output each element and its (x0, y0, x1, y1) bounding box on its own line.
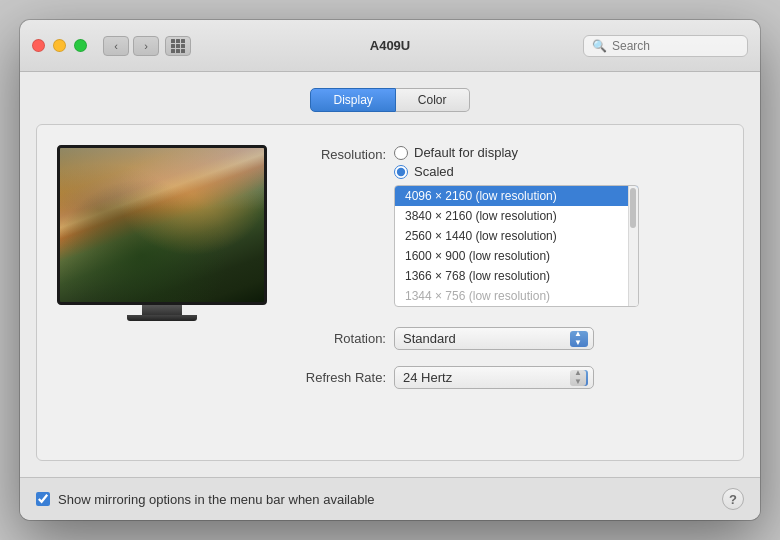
minimize-button[interactable] (53, 39, 66, 52)
rotation-select[interactable]: Standard 90° 180° 270° (394, 327, 594, 350)
mirroring-label: Show mirroring options in the menu bar w… (58, 492, 375, 507)
forward-button[interactable]: › (133, 36, 159, 56)
rotation-row: Rotation: Standard 90° 180° 270° ▲ ▼ (291, 327, 723, 350)
radio-scaled-row: Scaled (394, 164, 639, 179)
list-item[interactable]: 1600 × 900 (low resolution) (395, 246, 638, 266)
radio-default[interactable] (394, 146, 408, 160)
radio-default-label: Default for display (414, 145, 518, 160)
resolution-row: Resolution: Default for display Scaled (291, 145, 723, 307)
resolution-label: Resolution: (291, 145, 386, 162)
help-button[interactable]: ? (722, 488, 744, 510)
radio-default-row: Default for display (394, 145, 639, 160)
rotation-select-wrapper: Standard 90° 180° 270° ▲ ▼ (394, 327, 594, 350)
resolution-list: 4096 × 2160 (low resolution) 3840 × 2160… (394, 185, 639, 307)
bottom-bar: Show mirroring options in the menu bar w… (20, 477, 760, 520)
radio-scaled-label: Scaled (414, 164, 454, 179)
tab-color[interactable]: Color (396, 88, 470, 112)
refresh-rate-label: Refresh Rate: (291, 370, 386, 385)
list-item[interactable]: 2560 × 1440 (low resolution) (395, 226, 638, 246)
tab-bar: Display Color (36, 88, 744, 112)
monitor-screen (60, 148, 264, 302)
chevron-left-icon: ‹ (114, 40, 118, 52)
monitor-illustration (57, 145, 267, 440)
traffic-lights (32, 39, 87, 52)
mirroring-checkbox[interactable] (36, 492, 50, 506)
list-item[interactable]: 1366 × 768 (low resolution) (395, 266, 638, 286)
settings-panel: Resolution: Default for display Scaled (291, 145, 723, 440)
radio-scaled[interactable] (394, 165, 408, 179)
monitor-base (127, 315, 197, 321)
back-button[interactable]: ‹ (103, 36, 129, 56)
list-item[interactable]: 3840 × 2160 (low resolution) (395, 206, 638, 226)
main-window: ‹ › A409U 🔍 Display Color (20, 20, 760, 520)
chevron-right-icon: › (144, 40, 148, 52)
list-item[interactable]: 4096 × 2160 (low resolution) (395, 186, 638, 206)
scrollbar-track[interactable] (628, 186, 638, 306)
refresh-rate-row: Refresh Rate: 24 Hertz 30 Hertz 60 Hertz… (291, 366, 723, 389)
close-button[interactable] (32, 39, 45, 52)
scrollbar-thumb (630, 188, 636, 228)
maximize-button[interactable] (74, 39, 87, 52)
resolution-options: Default for display Scaled 4096 × 2160 (… (394, 145, 639, 307)
monitor-stand (142, 305, 182, 315)
monitor-screen-container (57, 145, 267, 305)
grid-button[interactable] (165, 36, 191, 56)
list-item[interactable]: 1344 × 756 (low resolution) (395, 286, 638, 306)
nav-buttons: ‹ › (103, 36, 159, 56)
tab-display[interactable]: Display (310, 88, 395, 112)
titlebar: ‹ › A409U 🔍 (20, 20, 760, 72)
refresh-rate-select-wrapper: 24 Hertz 30 Hertz 60 Hertz ▲ ▼ (394, 366, 594, 389)
main-panel: Resolution: Default for display Scaled (36, 124, 744, 461)
search-box[interactable]: 🔍 (583, 35, 748, 57)
window-title: A409U (370, 38, 410, 53)
search-input[interactable] (612, 39, 739, 53)
checkbox-row: Show mirroring options in the menu bar w… (36, 492, 375, 507)
grid-icon (171, 39, 185, 53)
search-icon: 🔍 (592, 39, 607, 53)
content-area: Display Color Resolution: (20, 72, 760, 477)
rotation-label: Rotation: (291, 331, 386, 346)
refresh-rate-select[interactable]: 24 Hertz 30 Hertz 60 Hertz (394, 366, 594, 389)
resolution-list-wrap: 4096 × 2160 (low resolution) 3840 × 2160… (394, 183, 639, 307)
